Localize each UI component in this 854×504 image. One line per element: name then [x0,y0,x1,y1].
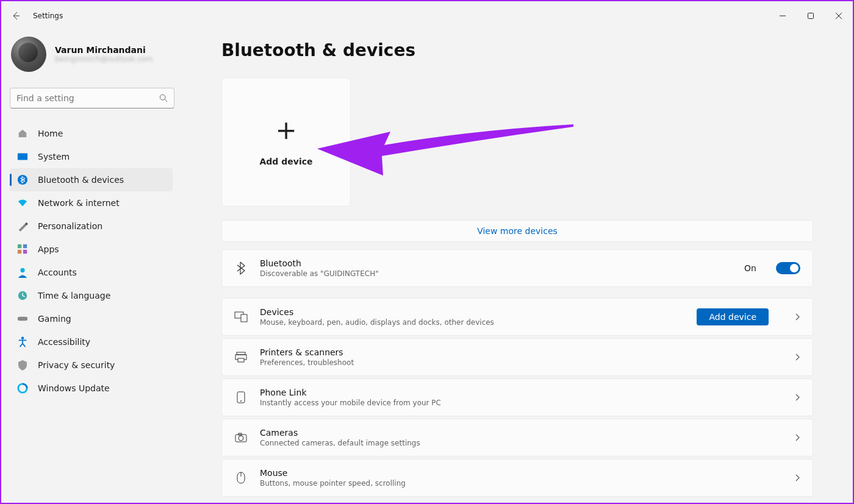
accessibility-icon [17,336,28,347]
nav-list: Home System Bluetooth & devices Network … [10,122,173,400]
bluetooth-icon [17,174,28,185]
arrow-left-icon [11,11,21,21]
nav-item-system[interactable]: System [10,145,173,168]
search-input[interactable] [16,93,159,103]
search-box[interactable] [10,88,174,108]
svg-point-19 [240,400,242,402]
nav-item-personalization[interactable]: Personalization [10,215,173,238]
maximize-icon [807,12,814,20]
maximize-button[interactable] [797,6,825,26]
cameras-row[interactable]: Cameras Connected cameras, default image… [221,419,813,456]
nav-label: Home [38,129,63,138]
nav-item-network[interactable]: Network & internet [10,191,173,215]
system-icon [17,151,28,162]
bluetooth-glyph-icon [234,261,248,275]
view-more-label: View more devices [477,226,558,236]
svg-rect-4 [18,244,21,248]
row-title: Phone Link [260,388,773,397]
nav-label: Apps [38,244,59,254]
row-subtitle: Connected cameras, default image setting… [260,439,773,447]
time-icon [17,290,28,301]
nav-item-apps[interactable]: Apps [10,238,173,261]
svg-rect-7 [23,250,27,254]
avatar [11,37,46,72]
nav-label: System [38,152,70,161]
profile-name: Varun Mirchandani [55,45,153,55]
nav-label: Time & language [38,291,110,300]
svg-rect-17 [238,358,244,362]
svg-point-8 [20,268,24,272]
add-device-label: Add device [260,157,313,166]
bluetooth-row-title: Bluetooth [260,258,732,268]
row-title: Mouse [260,468,773,478]
phone-icon [234,391,248,404]
wifi-icon [17,197,28,208]
add-device-button[interactable]: Add device [697,308,769,325]
accounts-icon [17,267,28,278]
close-button[interactable] [825,6,853,26]
devices-icon [234,310,248,324]
phone-link-row[interactable]: Phone Link Instantly access your mobile … [221,378,813,416]
home-icon [17,128,28,139]
view-more-devices-link[interactable]: View more devices [221,220,813,242]
svg-rect-14 [241,314,247,322]
nav-label: Bluetooth & devices [38,175,124,185]
plus-icon: + [275,118,296,143]
gaming-icon [17,313,28,324]
chevron-right-icon [794,313,800,321]
printer-icon [234,350,248,364]
row-subtitle: Mouse, keyboard, pen, audio, displays an… [260,318,684,327]
devices-row[interactable]: Devices Mouse, keyboard, pen, audio, dis… [221,298,813,336]
nav-label: Gaming [38,314,71,324]
nav-item-home[interactable]: Home [10,122,173,145]
personalization-icon [17,221,28,232]
nav-item-accounts[interactable]: Accounts [10,261,173,284]
nav-item-time[interactable]: Time & language [10,284,173,307]
svg-rect-6 [18,250,21,254]
close-icon [835,12,842,20]
profile-block[interactable]: Varun Mirchandani beingvmirch@outlook.co… [11,37,173,72]
nav-item-bluetooth[interactable]: Bluetooth & devices [10,168,173,191]
apps-icon [17,244,28,255]
nav-item-update[interactable]: Windows Update [10,377,173,400]
chevron-right-icon [794,474,800,482]
window-title: Settings [33,12,63,20]
search-icon [159,94,168,102]
nav-label: Windows Update [38,383,110,393]
svg-point-1 [160,94,165,100]
row-subtitle: Instantly access your mobile device from… [260,399,773,407]
camera-icon [234,431,248,444]
chevron-right-icon [794,353,800,361]
svg-rect-5 [23,244,27,248]
update-icon [17,383,28,394]
row-subtitle: Preferences, troubleshoot [260,358,773,367]
main-content: Bluetooth & devices + Add device View mo… [181,30,853,503]
nav-item-gaming[interactable]: Gaming [10,307,173,330]
nav-label: Accounts [38,268,77,277]
sidebar: Varun Mirchandani beingvmirch@outlook.co… [1,30,181,503]
mouse-row[interactable]: Mouse Buttons, mouse pointer speed, scro… [221,459,813,497]
bluetooth-toggle-row[interactable]: Bluetooth Discoverable as "GUIDINGTECH" … [221,249,813,287]
minimize-icon [779,12,786,20]
bluetooth-row-subtitle: Discoverable as "GUIDINGTECH" [260,269,732,278]
bluetooth-toggle[interactable] [776,262,800,274]
row-subtitle: Buttons, mouse pointer speed, scrolling [260,479,773,488]
minimize-button[interactable] [769,6,797,26]
nav-item-privacy[interactable]: Privacy & security [10,353,173,377]
svg-rect-0 [808,13,814,19]
svg-point-21 [239,436,243,441]
svg-rect-2 [18,154,27,160]
mouse-icon [234,471,248,484]
nav-item-accessibility[interactable]: Accessibility [10,330,173,353]
titlebar: Settings [1,1,853,30]
nav-label: Network & internet [38,198,120,208]
row-title: Printers & scanners [260,347,773,357]
nav-label: Accessibility [38,337,90,347]
nav-label: Privacy & security [38,360,115,370]
svg-rect-10 [18,317,27,321]
add-device-card[interactable]: + Add device [221,77,351,207]
back-button[interactable] [10,10,22,22]
window-controls [769,6,853,26]
printers-row[interactable]: Printers & scanners Preferences, trouble… [221,338,813,376]
svg-point-11 [21,336,24,339]
